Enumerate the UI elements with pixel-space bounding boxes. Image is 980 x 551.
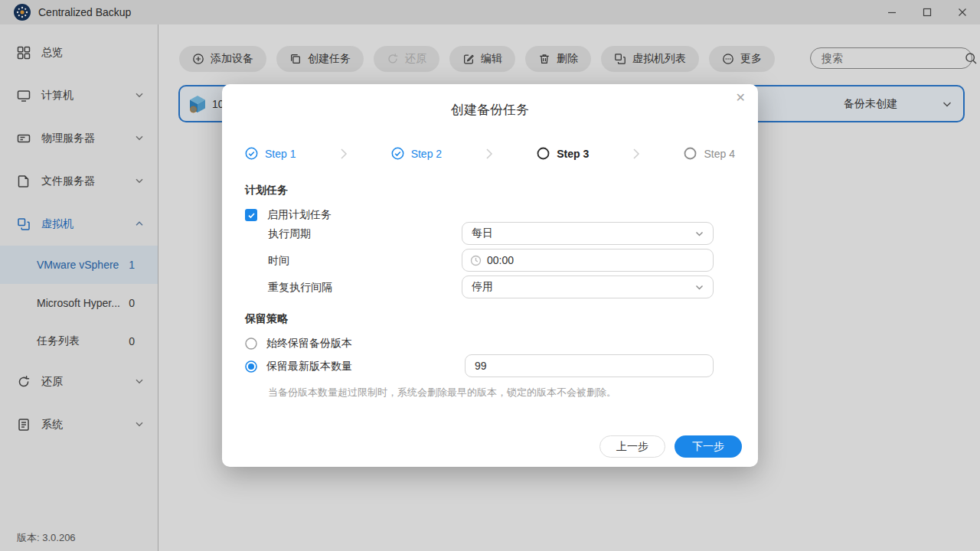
keep-all-label: 始终保留备份版本: [266, 337, 352, 350]
previous-step-button[interactable]: 上一步: [599, 435, 665, 458]
chevron-right-icon: [631, 148, 642, 160]
dialog-footer: 上一步 下一步: [599, 435, 742, 458]
check-circle-icon: [391, 147, 404, 160]
create-backup-task-dialog: ✕ 创建备份任务 Step 1 Step 2: [222, 84, 758, 467]
keep-latest-count-input[interactable]: [466, 360, 713, 372]
chevron-down-icon: [694, 229, 704, 239]
interval-label: 重复执行间隔: [268, 281, 332, 295]
time-input[interactable]: [482, 254, 713, 266]
keep-all-option-row: 始终保留备份版本: [245, 337, 352, 350]
retention-section-heading: 保留策略: [245, 312, 288, 326]
step-1: Step 1: [245, 147, 296, 160]
radio-selected-icon[interactable]: [245, 360, 257, 373]
enable-schedule-checkbox[interactable]: [245, 209, 257, 221]
keep-latest-count-field: [465, 354, 714, 377]
schedule-section-heading: 计划任务: [245, 184, 288, 197]
enable-schedule-label: 启用计划任务: [267, 208, 332, 222]
step-label: Step 3: [557, 148, 589, 160]
circle-icon: [537, 147, 550, 160]
radio-unselected-icon[interactable]: [245, 337, 257, 350]
retention-help-text: 当备份版本数量超过限制时，系统会删除最早的版本，锁定的版本不会被删除。: [268, 386, 616, 399]
wizard-stepper: Step 1 Step 2 Step 3: [245, 147, 735, 160]
keep-latest-label: 保留最新版本数量: [266, 360, 352, 373]
chevron-right-icon: [484, 148, 495, 160]
step-4: Step 4: [684, 147, 734, 160]
keep-latest-option-row: 保留最新版本数量: [245, 360, 352, 373]
time-label: 时间: [268, 254, 289, 268]
step-3: Step 3: [537, 147, 589, 160]
interval-value: 停用: [462, 280, 493, 294]
check-circle-icon: [245, 147, 258, 160]
time-field: [462, 249, 714, 272]
step-label: Step 4: [704, 148, 734, 160]
next-step-button[interactable]: 下一步: [675, 435, 742, 458]
cycle-value: 每日: [462, 227, 493, 240]
cycle-label: 执行周期: [268, 227, 311, 241]
step-label: Step 1: [265, 148, 296, 160]
chevron-down-icon: [694, 282, 704, 292]
circle-icon: [684, 147, 697, 160]
step-2: Step 2: [391, 147, 442, 160]
dialog-title: 创建备份任务: [222, 101, 758, 119]
clock-icon: [470, 255, 482, 266]
enable-schedule-row: 启用计划任务: [245, 208, 332, 222]
step-label: Step 2: [411, 148, 442, 160]
interval-select[interactable]: 停用: [462, 276, 714, 298]
chevron-right-icon: [338, 148, 349, 160]
cycle-select[interactable]: 每日: [462, 222, 714, 245]
